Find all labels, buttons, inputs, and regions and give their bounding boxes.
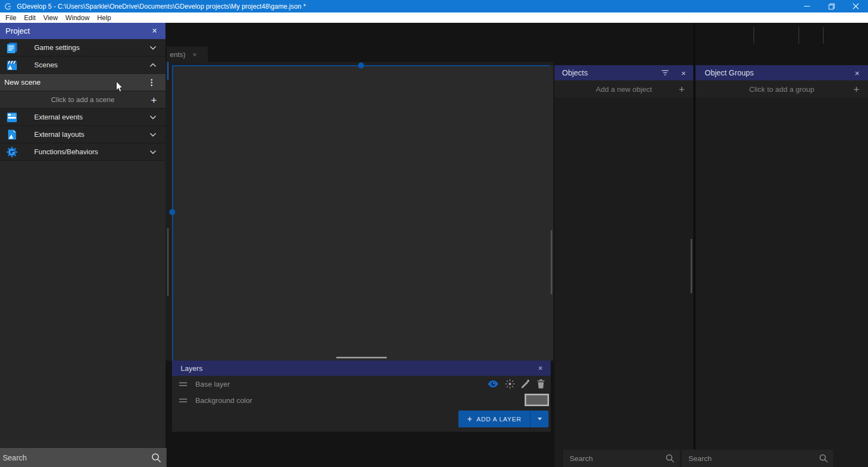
- background-color-label: Background color: [195, 396, 252, 405]
- add-layer-button[interactable]: + ADD A LAYER: [458, 411, 548, 427]
- external-events-icon: [5, 111, 18, 124]
- minimize-button[interactable]: [795, 0, 819, 12]
- filter-button[interactable]: [661, 65, 669, 80]
- layers-panel-header: Layers ×: [172, 361, 551, 376]
- objects-panel-title: Objects: [562, 68, 588, 77]
- object-groups-panel: Object Groups × Click to add a group +: [695, 65, 868, 467]
- resize-handle-top[interactable]: [358, 62, 364, 68]
- search-icon: [819, 453, 828, 463]
- add-scene-button[interactable]: Click to add a scene +: [0, 91, 165, 109]
- objects-panel: Objects × Add a new object +: [554, 65, 693, 467]
- object-groups-close-button[interactable]: ×: [851, 65, 863, 80]
- drag-handle-icon[interactable]: [177, 381, 189, 388]
- search-input[interactable]: [682, 454, 819, 463]
- scenes-icon: [5, 59, 18, 72]
- game-window-area[interactable]: [173, 66, 553, 361]
- object-groups-header: Object Groups ×: [695, 65, 868, 80]
- object-groups-title: Object Groups: [705, 68, 754, 77]
- canvas-scrollbar-horizontal[interactable]: [336, 357, 387, 358]
- window-title: GDevelop 5 - C:\Users\Sparkle\OneDrive\D…: [17, 3, 306, 10]
- objects-search: [563, 450, 680, 467]
- objects-close-button[interactable]: ×: [678, 65, 690, 80]
- chevron-down-icon: [150, 115, 156, 119]
- window-controls: [795, 0, 868, 12]
- trash-icon: [537, 379, 545, 389]
- chevron-down-icon: [150, 132, 156, 137]
- filter-icon: [661, 70, 669, 76]
- menu-view[interactable]: View: [40, 14, 62, 22]
- sidebar-item-scenes[interactable]: Scenes: [0, 56, 165, 74]
- add-group-button[interactable]: Click to add a group +: [695, 80, 868, 98]
- effects-icon: [505, 379, 515, 389]
- add-group-label: Click to add a group: [749, 85, 814, 93]
- plus-icon: +: [853, 84, 859, 94]
- layer-row-background-color[interactable]: Background color: [172, 392, 551, 408]
- gdevelop-logo-icon: [4, 3, 12, 10]
- object-groups-search: [682, 450, 833, 467]
- objects-scrollbar[interactable]: [691, 239, 692, 293]
- game-window-corner: [167, 62, 169, 80]
- layers-panel-title: Layers: [181, 364, 203, 373]
- sidebar-item-game-settings[interactable]: Game settings: [0, 39, 165, 56]
- project-panel-header: Project ×: [0, 23, 165, 39]
- project-panel: Project × Game settings Scenes New sce: [0, 23, 165, 467]
- search-input[interactable]: [563, 454, 665, 463]
- game-settings-icon: [5, 41, 18, 54]
- drag-handle-icon[interactable]: [177, 397, 189, 404]
- add-object-button[interactable]: Add a new object +: [554, 80, 693, 98]
- scene-item-new-scene[interactable]: New scene: [0, 74, 165, 91]
- project-panel-title: Project: [5, 27, 30, 35]
- sidebar-item-label: External events: [34, 113, 83, 121]
- project-close-button[interactable]: ×: [149, 23, 161, 39]
- layer-actions: [487, 376, 545, 392]
- add-layer-label: ADD A LAYER: [476, 416, 521, 422]
- restore-icon: [828, 3, 835, 10]
- toolbar-separator: [823, 27, 824, 43]
- scene-name: New scene: [4, 78, 41, 86]
- canvas-scrollbar-left[interactable]: [167, 228, 169, 296]
- close-icon: [853, 3, 859, 9]
- sidebar-item-external-events[interactable]: External events: [0, 109, 165, 126]
- layer-effects-button[interactable]: [505, 379, 515, 389]
- sidebar-item-label: Game settings: [34, 43, 80, 52]
- functions-behaviors-icon: [5, 146, 18, 159]
- add-object-label: Add a new object: [596, 85, 652, 93]
- tab-label: ents): [170, 51, 186, 59]
- layers-panel: Layers × Base layer: [172, 361, 551, 432]
- restore-button[interactable]: [819, 0, 844, 12]
- layer-visibility-button[interactable]: [487, 380, 499, 388]
- sidebar-item-external-layouts[interactable]: External layouts: [0, 126, 165, 143]
- layer-delete-button[interactable]: [537, 379, 545, 389]
- add-layer-dropdown[interactable]: [530, 411, 548, 427]
- tab-close-icon[interactable]: ×: [193, 51, 197, 59]
- sidebar-item-label: External layouts: [34, 130, 85, 138]
- add-layer-main[interactable]: + ADD A LAYER: [458, 411, 530, 427]
- kebab-menu-icon[interactable]: [149, 77, 155, 88]
- objects-panel-header: Objects ×: [554, 65, 693, 80]
- close-window-button[interactable]: [844, 0, 868, 12]
- sidebar-item-label: Functions/Behaviors: [34, 148, 98, 156]
- resize-handle-left[interactable]: [169, 209, 175, 215]
- external-layouts-icon: [5, 128, 18, 141]
- menu-bar: File Edit View Window Help: [0, 12, 868, 23]
- chevron-up-icon: [150, 63, 156, 67]
- minimize-icon: [804, 3, 810, 9]
- toolbar-separator: [754, 27, 754, 43]
- tab-scene-events[interactable]: ents) ×: [167, 47, 208, 62]
- toolbar-separator: [799, 27, 799, 43]
- layers-close-button[interactable]: ×: [534, 361, 546, 376]
- search-input[interactable]: [0, 453, 151, 463]
- layer-row-base[interactable]: Base layer: [172, 376, 551, 392]
- menu-help[interactable]: Help: [93, 14, 115, 22]
- background-color-swatch[interactable]: [525, 394, 549, 406]
- add-scene-label: Click to add a scene: [51, 96, 114, 104]
- menu-edit[interactable]: Edit: [20, 14, 40, 22]
- sidebar-item-functions-behaviors[interactable]: Functions/Behaviors: [0, 143, 165, 161]
- menu-window[interactable]: Window: [62, 14, 93, 22]
- search-icon: [151, 452, 162, 463]
- search-icon: [665, 453, 675, 463]
- layer-edit-button[interactable]: [521, 379, 531, 389]
- canvas-scrollbar-right[interactable]: [551, 230, 552, 294]
- chevron-down-icon: [150, 46, 156, 50]
- menu-file[interactable]: File: [2, 14, 20, 22]
